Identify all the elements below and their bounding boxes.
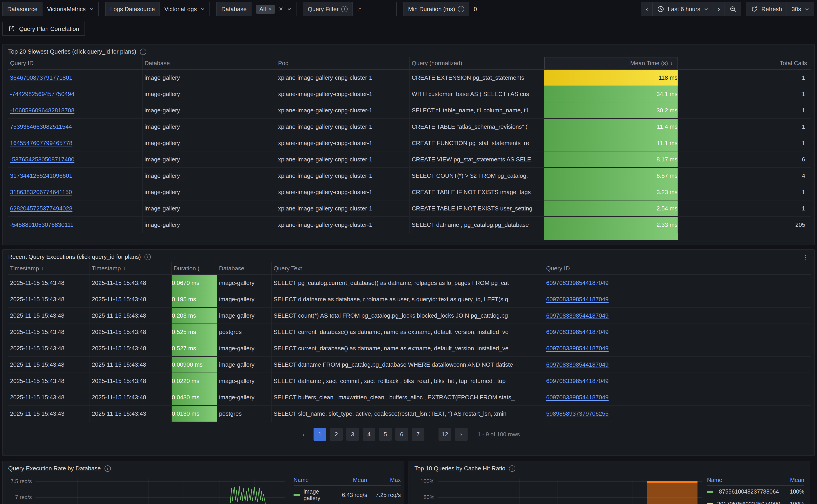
query-id-link[interactable]: 6282045725377494028 — [10, 205, 72, 212]
query-id-link[interactable]: 5989858937379706255 — [546, 410, 608, 417]
column-header-query-id[interactable]: Query ID — [8, 57, 143, 69]
query-id-link[interactable]: -7442982569457750494 — [10, 91, 74, 98]
column-header-database[interactable]: Database — [143, 57, 276, 69]
panel-menu-icon[interactable]: ⋮ — [800, 253, 811, 261]
legend-header-mean[interactable]: Mean — [771, 477, 804, 483]
column-header-total-calls[interactable]: Total Calls — [678, 57, 811, 69]
pagination-page-button[interactable]: 3 — [346, 428, 359, 441]
chevron-down-icon — [89, 7, 94, 11]
query-id-link[interactable]: -5376542530508717480 — [10, 156, 74, 163]
cache-chart-plot — [438, 479, 703, 504]
legend-header-name[interactable]: Name — [294, 477, 334, 483]
column-header-timestamp-1[interactable]: Timestamp↓ — [8, 262, 90, 274]
cell-query-text: SELECT pg_catalog.current_database() as … — [272, 275, 544, 291]
pagination-page-button[interactable]: 7 — [412, 428, 424, 441]
duration-bar: 0.527 ms — [172, 340, 217, 356]
pagination-page-button[interactable]: 5 — [379, 428, 392, 441]
pagination-page-button[interactable]: 6 — [395, 428, 408, 441]
query-plan-correlation-button[interactable]: Query Plan Correlation — [2, 22, 85, 36]
info-icon: i — [341, 6, 348, 12]
time-shift-forward-button[interactable]: › — [713, 2, 725, 16]
legend-item-image-gallery[interactable]: image-gallery 6.43 req/s 7.25 req/s — [294, 486, 401, 504]
duration-bar: 0.00900 ms — [172, 357, 217, 373]
cell-database: image-gallery — [143, 119, 276, 135]
database-chip-all[interactable]: All× — [256, 5, 275, 14]
column-header-query-id[interactable]: Query ID — [544, 262, 811, 274]
query-id-link[interactable]: 6097083398544187049 — [546, 279, 608, 287]
table-row: 2025-11-15 15:43:482025-11-15 15:43:480.… — [8, 389, 811, 406]
cell-pod: xplane-image-gallery-cnpg-cluster-1 — [276, 70, 410, 86]
query-id-link[interactable]: -1068596096482818708 — [10, 107, 74, 114]
pagination-page-button[interactable]: 1 — [314, 428, 326, 441]
min-duration-input[interactable]: 0 — [469, 2, 513, 16]
cell-pod: xplane-image-gallery-cnpg-cluster-1 — [276, 119, 410, 135]
cell-query-normalized: CREATE FUNCTION pg_stat_statements_re — [410, 135, 544, 151]
pagination-page-button[interactable]: 4 — [363, 428, 375, 441]
cell-timestamp: 2025-11-15 15:43:43 — [90, 406, 172, 422]
cell-timestamp: 2025-11-15 15:43:48 — [90, 373, 172, 389]
clear-all-icon[interactable]: ✕ — [279, 6, 283, 12]
cell-timestamp: 2025-11-15 15:43:48 — [8, 389, 90, 405]
cell-query-text: SELECT current_database() as datname, na… — [272, 324, 544, 340]
query-id-link[interactable]: 3186383206774641150 — [10, 189, 72, 196]
query-filter-input[interactable]: .* — [353, 2, 396, 16]
legend-header-max[interactable]: Max — [367, 477, 401, 483]
cache-hit-bar — [647, 481, 698, 504]
query-id-link[interactable]: 6097083398544187049 — [546, 394, 608, 401]
pagination: ‹ 1234567…12 › 1 - 9 of 100 rows — [3, 428, 814, 441]
query-id-link[interactable]: 6097083398544187049 — [546, 296, 608, 303]
query-id-link[interactable]: 6097083398544187049 — [546, 361, 608, 368]
query-id-link[interactable]: 6097083398544187049 — [546, 329, 608, 336]
refresh-interval-picker[interactable]: 30s — [787, 2, 814, 16]
legend-header-name[interactable]: Name — [707, 477, 771, 483]
column-header-database[interactable]: Database — [217, 262, 272, 274]
query-id-link[interactable]: 6097083398544187049 — [546, 345, 608, 352]
database-multiselect[interactable]: Database All× ✕ — [216, 2, 296, 16]
table-row: 3646700873791771801image-galleryxplane-i… — [8, 70, 811, 86]
column-header-query-text[interactable]: Query Text — [272, 262, 544, 274]
legend-header-mean[interactable]: Mean — [334, 477, 367, 483]
cell-pod: xplane-image-gallery-cnpg-cluster-1 — [276, 86, 410, 102]
pagination-page-button[interactable]: 12 — [438, 428, 451, 441]
column-header-mean-time[interactable]: Mean Time (s)↓ — [544, 57, 678, 69]
query-id-link[interactable]: 7539364663082511544 — [10, 123, 72, 130]
legend-item[interactable]: 20170505602345074000100% — [707, 498, 804, 504]
pagination-next-button[interactable]: › — [455, 428, 468, 441]
cell-database: image-gallery — [217, 291, 272, 307]
column-header-query-normalized[interactable]: Query (normalized) — [410, 57, 544, 69]
refresh-label: Refresh — [761, 6, 782, 13]
table-row: 2025-11-15 15:43:482025-11-15 15:43:480.… — [8, 291, 811, 308]
column-header-pod[interactable]: Pod — [276, 57, 410, 69]
info-icon: i — [458, 6, 464, 12]
mean-time-bar: 8.17 ms — [544, 151, 678, 167]
legend-item[interactable]: -8755610048237788064100% — [707, 486, 804, 498]
chevron-down-icon — [805, 7, 809, 11]
time-range-picker[interactable]: Last 6 hours — [653, 2, 713, 16]
query-id-link[interactable]: 1645547607799465778 — [10, 140, 72, 147]
query-id-link[interactable]: 3646700873791771801 — [10, 74, 72, 81]
query-id-link[interactable]: -5458891053076830111 — [10, 221, 74, 228]
chip-remove-icon[interactable]: × — [269, 6, 272, 12]
series-swatch — [707, 503, 713, 504]
pagination-page-button[interactable]: 2 — [330, 428, 343, 441]
refresh-button[interactable]: Refresh — [746, 2, 787, 16]
column-header-timestamp-2[interactable]: Timestamp↓ — [90, 262, 172, 274]
logs-datasource-picker[interactable]: Logs Datasource VictoriaLogs — [105, 2, 210, 16]
query-id-link[interactable]: 3173441255241096601 — [10, 172, 72, 179]
query-id-link[interactable]: 6097083398544187049 — [546, 312, 608, 319]
pagination-pages: 1234567…12 — [314, 428, 451, 441]
time-shift-back-button[interactable]: ‹ — [642, 2, 653, 16]
query-id-link[interactable]: 6097083398544187049 — [546, 378, 608, 385]
rate-legend: Name Mean Max image-gallery 6.43 req/s 7… — [294, 477, 401, 504]
column-header-duration[interactable]: Duration (... — [172, 262, 217, 274]
table-row: -5458891053076830111image-galleryxplane-… — [8, 217, 811, 233]
pagination-prev-button[interactable]: ‹ — [297, 428, 310, 441]
cell-pod: xplane-image-gallery-cnpg-cluster-1 — [276, 184, 410, 200]
duration-bar: 0.0130 ms — [172, 406, 217, 422]
logs-datasource-value: VictoriaLogs — [164, 6, 197, 13]
cell-database: image-gallery — [143, 86, 276, 102]
panel-top-20-slowest-queries: Top 20 Slowest Queries (click query_id f… — [2, 44, 815, 245]
cell-database: image-gallery — [217, 308, 272, 324]
datasource-picker[interactable]: Datasource VictoriaMetrics — [2, 2, 99, 16]
zoom-out-button[interactable] — [725, 2, 741, 16]
